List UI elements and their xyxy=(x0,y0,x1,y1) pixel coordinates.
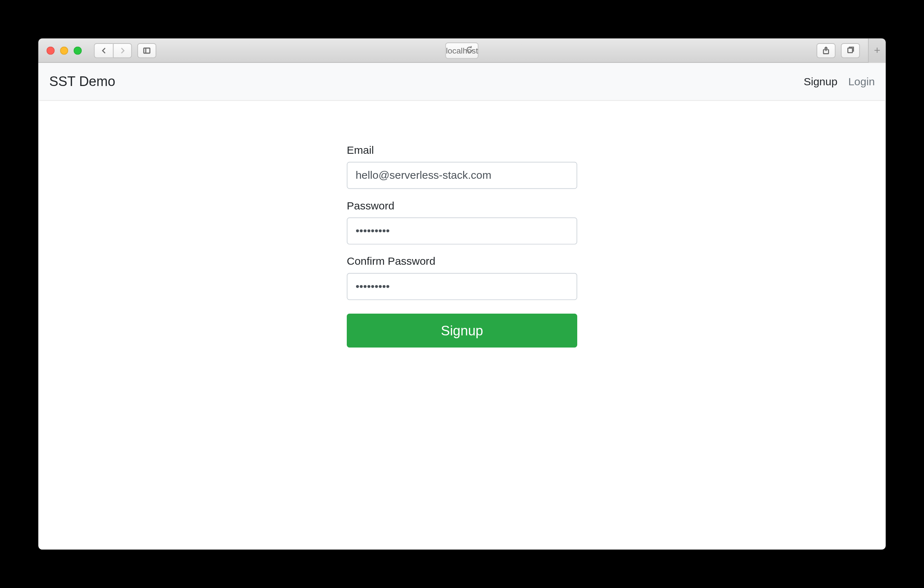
back-button[interactable] xyxy=(94,43,113,58)
maximize-window-button[interactable] xyxy=(74,46,82,55)
address-bar[interactable]: localhost xyxy=(445,42,479,58)
email-field[interactable] xyxy=(347,162,577,189)
nav-link-login[interactable]: Login xyxy=(848,75,875,88)
browser-window: localhost + SST Demo Signup Login xyxy=(38,38,886,550)
svg-rect-4 xyxy=(848,48,853,53)
navbar: SST Demo Signup Login xyxy=(38,63,886,101)
minimize-window-button[interactable] xyxy=(60,46,68,55)
new-tab-button[interactable]: + xyxy=(868,38,886,63)
reload-icon xyxy=(466,45,474,53)
nav-back-forward xyxy=(94,43,132,58)
share-icon xyxy=(822,46,830,55)
window-controls xyxy=(46,46,82,55)
email-label: Email xyxy=(347,144,577,156)
password-label: Password xyxy=(347,200,577,212)
password-group: Password xyxy=(347,200,577,244)
confirm-password-field[interactable] xyxy=(347,273,577,300)
chevron-left-icon xyxy=(99,46,108,55)
tabs-button[interactable] xyxy=(841,43,860,58)
close-window-button[interactable] xyxy=(46,46,54,55)
chevron-right-icon xyxy=(119,46,127,55)
signup-form: Email Password Confirm Password Signup xyxy=(347,144,577,550)
brand[interactable]: SST Demo xyxy=(49,74,115,89)
sidebar-icon xyxy=(143,46,151,55)
nav-link-signup[interactable]: Signup xyxy=(804,75,838,88)
sidebar-toggle-button[interactable] xyxy=(137,43,156,58)
plus-icon: + xyxy=(874,44,881,56)
browser-titlebar: localhost + xyxy=(38,38,886,63)
share-button[interactable] xyxy=(817,43,835,58)
password-field[interactable] xyxy=(347,217,577,244)
reload-button[interactable] xyxy=(466,45,474,56)
main-content: Email Password Confirm Password Signup xyxy=(38,101,886,550)
forward-button[interactable] xyxy=(113,43,132,58)
email-group: Email xyxy=(347,144,577,189)
page-content: SST Demo Signup Login Email Password Con… xyxy=(38,63,886,550)
tabs-icon xyxy=(846,46,855,55)
confirm-password-group: Confirm Password xyxy=(347,256,577,300)
signup-button[interactable]: Signup xyxy=(347,314,577,347)
confirm-password-label: Confirm Password xyxy=(347,256,577,268)
nav-links: Signup Login xyxy=(804,75,875,88)
svg-rect-0 xyxy=(144,48,150,53)
